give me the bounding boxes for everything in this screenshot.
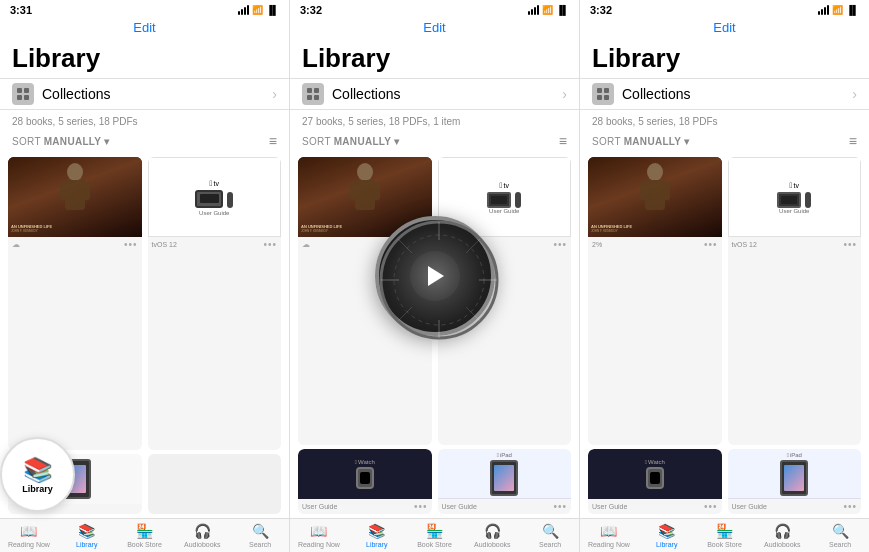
book-item-appletv-left[interactable]: tv User Guide tvOS 12 •••	[148, 157, 282, 450]
book-item-jfk-left[interactable]: AN UNFINISHED LIFE JOHN F. KENNEDY ☁ •••	[8, 157, 142, 450]
sort-label-right: SORT MANUALLY ▾	[592, 136, 690, 147]
library-title-right: Library	[580, 39, 869, 78]
book-cover-appletv-left: tv User Guide	[148, 157, 282, 237]
nav-library-right[interactable]: 📚 Library	[638, 523, 696, 548]
nav-bookstore-label-right: Book Store	[707, 541, 742, 548]
svg-rect-10	[307, 95, 312, 100]
nav-reading-now-center[interactable]: 📖 Reading Now	[290, 523, 348, 548]
list-view-icon-center[interactable]: ≡	[559, 133, 567, 149]
svg-rect-33	[662, 182, 670, 200]
time-left: 3:31	[10, 4, 32, 16]
book-dots-tv-left[interactable]: •••	[263, 239, 277, 250]
jfk-figure-svg-right	[635, 162, 675, 217]
book-footer-ipad-right: User Guide •••	[728, 499, 862, 514]
collections-row-center[interactable]: Collections ›	[290, 78, 579, 110]
nav-audiobooks-right[interactable]: 🎧 Audiobooks	[753, 523, 811, 548]
nav-bookstore-label-left: Book Store	[127, 541, 162, 548]
status-bar-left: 3:31 📶 ▐▌	[0, 0, 289, 18]
nav-reading-icon-right: 📖	[600, 523, 617, 539]
signal-icon-right	[818, 5, 829, 15]
book-item-ipad-right[interactable]: iPad User Guide •••	[728, 449, 862, 514]
nav-audiobooks-left[interactable]: 🎧 Audiobooks	[173, 523, 231, 548]
nav-library-left[interactable]: 📚 Library	[58, 523, 116, 548]
list-view-icon-right[interactable]: ≡	[849, 133, 857, 149]
spinning-rays	[379, 220, 499, 340]
svg-rect-15	[372, 182, 380, 200]
book-dots-left[interactable]: •••	[124, 239, 138, 250]
collections-icon-center	[302, 83, 324, 105]
wifi-icon-left: 📶	[252, 5, 263, 15]
nav-search-left[interactable]: 🔍 Search	[231, 523, 289, 548]
book-item-appletv-right[interactable]: tv User Guide tvOS 12 •••	[728, 157, 862, 445]
spinning-overlay[interactable]	[375, 216, 495, 336]
chevron-right-left: ›	[272, 86, 277, 102]
signal-icon-left	[238, 5, 249, 15]
svg-rect-3	[24, 95, 29, 100]
nav-reading-icon-center: 📖	[310, 523, 327, 539]
nav-reading-now-right[interactable]: 📖 Reading Now	[580, 523, 638, 548]
edit-button-left[interactable]: Edit	[0, 18, 289, 39]
download-icon-left: ☁	[12, 240, 20, 249]
svg-rect-14	[350, 182, 358, 200]
books-count-left: 28 books, 5 series, 18 PDFs	[0, 114, 289, 131]
library-title-center: Library	[290, 39, 579, 78]
book-item-ipad-center[interactable]: iPad User Guide •••	[438, 449, 572, 514]
collections-grid-icon	[16, 87, 30, 101]
collections-row-right[interactable]: Collections ›	[580, 78, 869, 110]
book-dots-jfk-right[interactable]: •••	[704, 239, 718, 250]
nav-search-right[interactable]: 🔍 Search	[811, 523, 869, 548]
sort-label-center: SORT MANUALLY ▾	[302, 136, 400, 147]
nav-reading-now-left[interactable]: 📖 Reading Now	[0, 523, 58, 548]
nav-audiobooks-center[interactable]: 🎧 Audiobooks	[463, 523, 521, 548]
book-item-placeholder-left	[148, 454, 282, 514]
nav-bookstore-icon-right: 🏪	[716, 523, 733, 539]
nav-reading-label-right: Reading Now	[588, 541, 630, 548]
list-view-icon-left[interactable]: ≡	[269, 133, 277, 149]
battery-icon-left: ▐▌	[266, 5, 279, 15]
book-cover-appletv-right: tv User Guide	[728, 157, 862, 237]
sort-row-left[interactable]: SORT MANUALLY ▾ ≡	[0, 131, 289, 153]
nav-library-center[interactable]: 📚 Library	[348, 523, 406, 548]
book-item-watch-center[interactable]: Watch User Guide •••	[298, 449, 432, 514]
bottom-nav-right: 📖 Reading Now 📚 Library 🏪 Book Store 🎧 A…	[580, 518, 869, 552]
nav-bookstore-center[interactable]: 🏪 Book Store	[406, 523, 464, 548]
download-icon-center: ☁	[302, 240, 310, 249]
book-dots-tv-right[interactable]: •••	[843, 239, 857, 250]
book-grid-left: AN UNFINISHED LIFE JOHN F. KENNEDY ☁ •••…	[0, 153, 289, 454]
user-guide-label-tv-left: User Guide	[199, 210, 229, 216]
edit-button-right[interactable]: Edit	[580, 18, 869, 39]
edit-button-center[interactable]: Edit	[290, 18, 579, 39]
book-cover-jfk-left: AN UNFINISHED LIFE JOHN F. KENNEDY	[8, 157, 142, 237]
nav-search-center[interactable]: 🔍 Search	[521, 523, 579, 548]
collections-row-left[interactable]: Collections ›	[0, 78, 289, 110]
book-item-jfk-right[interactable]: NEW AN UNFINISHED LIFE JOHN F. KENNED	[588, 157, 722, 445]
status-icons-left: 📶 ▐▌	[238, 5, 279, 15]
nav-library-icon-left: 📚	[78, 523, 95, 539]
nav-bookstore-icon-left: 🏪	[136, 523, 153, 539]
svg-rect-8	[307, 88, 312, 93]
tvos-label-left: tvOS 12	[152, 241, 177, 248]
user-guide-label-tv-right: User Guide	[779, 208, 809, 214]
nav-bookstore-icon-center: 🏪	[426, 523, 443, 539]
book-row-second-right: Watch User Guide ••• iPad	[580, 449, 869, 518]
chevron-right-right: ›	[852, 86, 857, 102]
nav-library-icon-center: 📚	[368, 523, 385, 539]
nav-bookstore-left[interactable]: 🏪 Book Store	[116, 523, 174, 548]
library-title-left: Library	[0, 39, 289, 78]
nav-search-label-left: Search	[249, 541, 271, 548]
book-footer-tv-left: tvOS 12 •••	[148, 237, 282, 252]
sort-row-right[interactable]: SORT MANUALLY ▾ ≡	[580, 131, 869, 153]
nav-bookstore-right[interactable]: 🏪 Book Store	[696, 523, 754, 548]
user-guide-label-tv-center: User Guide	[489, 208, 519, 214]
svg-point-4	[67, 163, 83, 181]
svg-rect-32	[640, 182, 648, 200]
collections-icon-left	[12, 83, 34, 105]
status-bar-right: 3:32 📶 ▐▌	[580, 0, 869, 18]
book-footer-jfk-right: 2% •••	[588, 237, 722, 252]
book-dots-tv-center[interactable]: •••	[553, 239, 567, 250]
library-overlay-text-left: Library	[22, 484, 53, 494]
sort-row-center[interactable]: SORT MANUALLY ▾ ≡	[290, 131, 579, 153]
battery-icon-center: ▐▌	[556, 5, 569, 15]
library-overlay-left: 📚 Library	[0, 437, 75, 512]
book-item-watch-right[interactable]: Watch User Guide •••	[588, 449, 722, 514]
